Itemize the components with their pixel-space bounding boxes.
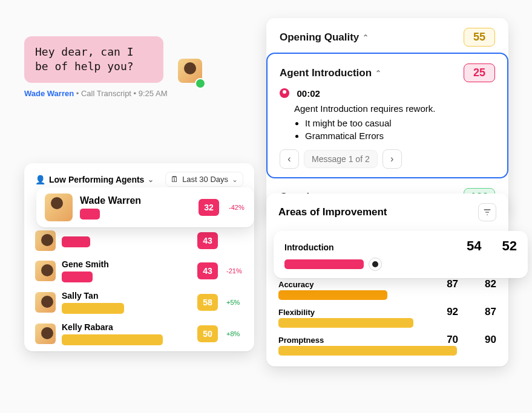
agent-row[interactable]: Kelly Rabara50+8%: [35, 322, 243, 345]
score-bar: [62, 236, 90, 247]
agent-score: 43: [197, 262, 218, 279]
agent-avatar: [35, 292, 56, 313]
caller-avatar-wrap: [178, 59, 202, 85]
metric-name: Promptness: [278, 336, 324, 345]
metric-bar: [278, 290, 387, 300]
agents-title-dropdown[interactable]: 👤 Low Performing Agents ⌄: [35, 175, 154, 184]
agent-row-featured[interactable]: Wade Warren 32 -42%: [36, 187, 254, 227]
metric-row[interactable]: Promptness7090: [278, 334, 496, 356]
score-bar: [80, 209, 100, 220]
agent-score: 43: [197, 232, 218, 249]
agent-row[interactable]: Sally Tan58+5%: [35, 291, 243, 314]
prev-button[interactable]: ‹: [280, 149, 299, 169]
metric-bar: [278, 346, 457, 356]
date-range-dropdown[interactable]: 🗓 Last 30 Days ⌄: [165, 172, 243, 187]
agent-name: Kelly Rabara: [62, 322, 191, 332]
agent-delta: +5%: [226, 299, 243, 306]
message-bubble: Hey dear, can I be of help you?: [24, 36, 163, 83]
agent-name: Sally Tan: [62, 291, 191, 301]
opening-quality-score: 55: [464, 28, 495, 47]
metric-previous: 82: [485, 278, 496, 290]
agent-avatar: [35, 261, 56, 281]
chevron-up-icon[interactable]: ⌃: [375, 69, 381, 77]
chevron-up-icon: ⌃: [363, 33, 369, 42]
agent-introduction-card: Agent Introduction ⌃ 25 00:02 Agent Intr…: [266, 53, 508, 178]
score-bar: [62, 303, 124, 314]
hint-timestamp: 00:02: [297, 88, 320, 99]
metric-row[interactable]: Accuracy8782: [278, 278, 496, 300]
calendar-icon: 🗓: [171, 175, 179, 184]
phone-icon: [195, 78, 206, 89]
transcript-snippet: Hey dear, can I be of help you? Wade War…: [24, 36, 167, 98]
agent-score: 50: [197, 325, 218, 342]
meta-time: 9:25 AM: [139, 89, 168, 98]
metric-current: 92: [447, 306, 458, 318]
agent-row[interactable]: 43: [35, 230, 243, 251]
agent-score: 58: [197, 294, 218, 311]
metric-previous: 90: [485, 334, 496, 346]
next-button[interactable]: ›: [383, 149, 402, 169]
lightbulb-icon[interactable]: [369, 258, 382, 271]
metric-name: Accuracy: [278, 280, 314, 289]
chevron-down-icon: ⌄: [232, 175, 238, 184]
metric-name: Flexibility: [278, 308, 315, 317]
agent-name: Gene Smith: [62, 259, 191, 269]
metric-previous: 87: [485, 306, 496, 318]
metric-row-featured[interactable]: Introduction 54 52: [274, 231, 528, 278]
agent-score: 32: [199, 199, 219, 216]
metric-current: 87: [447, 278, 458, 290]
agent-delta: +8%: [226, 330, 243, 337]
agent-avatar: [35, 230, 56, 251]
metric-current: 54: [467, 238, 481, 254]
opening-quality-row[interactable]: Opening Quality ⌃ 55: [266, 18, 508, 56]
agent-delta: -21%: [226, 267, 243, 275]
metric-bar: [284, 259, 364, 269]
agent-avatar: [45, 193, 73, 221]
agent-row[interactable]: Gene Smith43-21%: [35, 259, 243, 282]
caller-name-link[interactable]: Wade Warren: [24, 89, 74, 98]
metric-bar: [278, 318, 413, 328]
agent-name: Wade Warren: [80, 195, 191, 206]
metric-current: 70: [447, 334, 458, 346]
message-pager: ‹ Message 1 of 2 ›: [280, 149, 495, 169]
filter-icon: [483, 208, 491, 216]
agent-avatar: [35, 324, 56, 344]
chevron-down-icon: ⌄: [148, 175, 154, 184]
agent-introduction-label: Agent Introduction: [280, 67, 372, 79]
meta-label: Call Transcript: [81, 89, 131, 98]
hint-body: Agent Introduction requires rework. It m…: [294, 103, 495, 142]
opening-quality-card: Opening Quality ⌃ 55 Agent Introduction …: [266, 18, 508, 216]
lightbulb-icon: [280, 88, 289, 98]
agent-introduction-score: 25: [464, 63, 495, 82]
metric-previous: 52: [502, 238, 517, 254]
score-bar: [62, 334, 163, 345]
areas-of-improvement-card: Areas of Improvement Current Previous Ac…: [266, 193, 508, 366]
agent-delta: -42%: [229, 204, 246, 211]
metric-name: Introduction: [284, 242, 334, 252]
pager-label: Message 1 of 2: [304, 150, 378, 168]
person-icon: 👤: [35, 175, 45, 184]
metric-row[interactable]: Flexibility9287: [278, 306, 496, 328]
transcript-meta: Wade Warren • Call Transcript • 9:25 AM: [24, 89, 167, 98]
opening-quality-label: Opening Quality: [280, 31, 359, 44]
score-bar: [62, 272, 93, 282]
improvement-title: Areas of Improvement: [278, 206, 387, 218]
filter-button[interactable]: [478, 203, 496, 221]
